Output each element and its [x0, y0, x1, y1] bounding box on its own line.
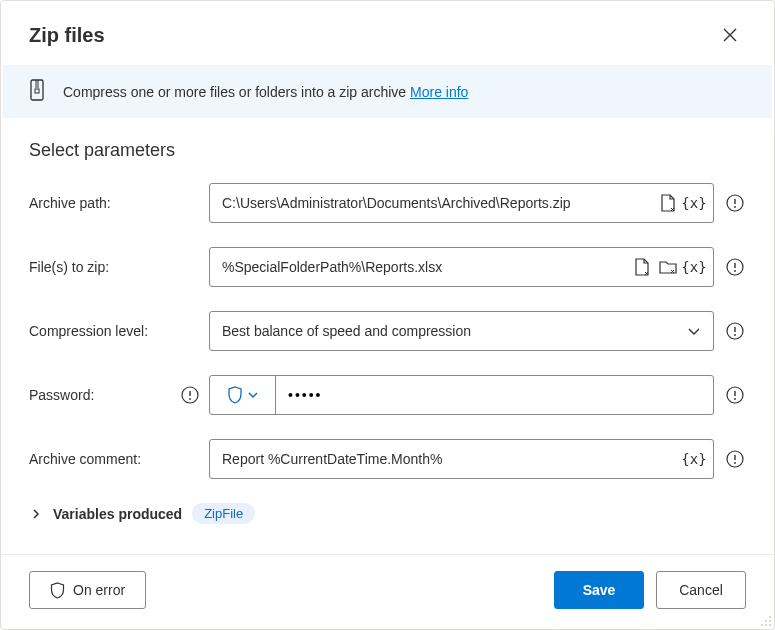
- shield-icon: [227, 386, 243, 404]
- label-password: Password:: [29, 387, 94, 403]
- variables-produced-label: Variables produced: [53, 506, 182, 522]
- close-icon: [723, 28, 737, 42]
- chevron-down-icon: [683, 320, 705, 342]
- files-to-zip-input[interactable]: {x}: [209, 247, 714, 287]
- chevron-down-icon: [247, 389, 259, 401]
- banner-text: Compress one or more files or folders in…: [63, 84, 468, 100]
- svg-point-21: [765, 620, 767, 622]
- row-files-to-zip: File(s) to zip: {x}: [29, 247, 746, 287]
- help-icon[interactable]: [724, 256, 746, 278]
- close-button[interactable]: [714, 19, 746, 51]
- variable-picker-icon[interactable]: {x}: [683, 256, 705, 278]
- zip-icon: [29, 79, 49, 104]
- variable-picker-icon[interactable]: {x}: [683, 448, 705, 470]
- svg-point-23: [761, 624, 763, 626]
- svg-point-18: [734, 462, 736, 464]
- svg-point-3: [734, 206, 736, 208]
- folder-picker-icon[interactable]: [657, 256, 679, 278]
- password-mode-toggle[interactable]: [210, 376, 276, 414]
- files-to-zip-field[interactable]: [222, 259, 627, 275]
- archive-path-field[interactable]: [222, 195, 653, 211]
- help-icon[interactable]: [179, 384, 201, 406]
- dialog-header: Zip files: [1, 1, 774, 65]
- password-input[interactable]: [209, 375, 714, 415]
- label-files-to-zip: File(s) to zip:: [29, 259, 209, 275]
- archive-comment-field[interactable]: [222, 451, 679, 467]
- more-info-link[interactable]: More info: [410, 84, 468, 100]
- cancel-button[interactable]: Cancel: [656, 571, 746, 609]
- on-error-button[interactable]: On error: [29, 571, 146, 609]
- svg-point-24: [765, 624, 767, 626]
- variable-picker-icon[interactable]: {x}: [683, 192, 705, 214]
- help-icon[interactable]: [724, 192, 746, 214]
- help-icon[interactable]: [724, 448, 746, 470]
- dialog-title: Zip files: [29, 24, 105, 47]
- row-archive-comment: Archive comment: {x}: [29, 439, 746, 479]
- svg-point-12: [189, 398, 191, 400]
- row-password: Password:: [29, 375, 746, 415]
- row-archive-path: Archive path: {x}: [29, 183, 746, 223]
- section-title: Select parameters: [29, 140, 746, 161]
- svg-point-6: [734, 270, 736, 272]
- compression-select[interactable]: Best balance of speed and compression: [209, 311, 714, 351]
- label-archive-comment: Archive comment:: [29, 451, 209, 467]
- info-banner: Compress one or more files or folders in…: [3, 65, 772, 118]
- help-icon[interactable]: [724, 320, 746, 342]
- svg-point-15: [734, 398, 736, 400]
- svg-point-25: [769, 624, 771, 626]
- shield-icon: [50, 582, 65, 599]
- file-picker-icon[interactable]: [657, 192, 679, 214]
- row-compression: Compression level: Best balance of speed…: [29, 311, 746, 351]
- label-compression: Compression level:: [29, 323, 209, 339]
- archive-path-input[interactable]: {x}: [209, 183, 714, 223]
- dialog-body: Select parameters Archive path: {x} File…: [1, 118, 774, 554]
- zip-files-dialog: Zip files Compress one or more files or …: [0, 0, 775, 630]
- variables-produced-row[interactable]: Variables produced ZipFile: [29, 503, 746, 524]
- chevron-right-icon: [29, 509, 43, 519]
- resize-grip-icon[interactable]: [758, 613, 772, 627]
- dialog-footer: On error Save Cancel: [1, 554, 774, 629]
- file-picker-icon[interactable]: [631, 256, 653, 278]
- save-button[interactable]: Save: [554, 571, 644, 609]
- svg-rect-0: [31, 80, 43, 100]
- help-icon[interactable]: [724, 384, 746, 406]
- password-field[interactable]: [288, 387, 701, 403]
- svg-point-20: [769, 616, 771, 618]
- svg-rect-1: [35, 89, 39, 93]
- archive-comment-input[interactable]: {x}: [209, 439, 714, 479]
- label-archive-path: Archive path:: [29, 195, 209, 211]
- svg-point-9: [734, 334, 736, 336]
- variable-pill[interactable]: ZipFile: [192, 503, 255, 524]
- svg-point-22: [769, 620, 771, 622]
